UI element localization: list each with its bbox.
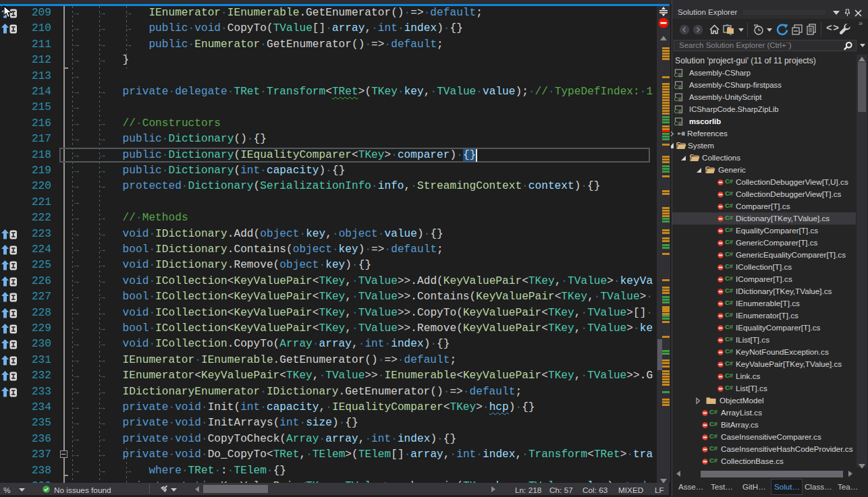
svg-text:C#: C# [674,71,682,78]
svg-text:C#: C# [674,96,682,102]
svg-text:C#: C# [674,120,682,126]
svg-text:C#: C# [674,108,682,114]
svg-text:C#: C# [674,84,682,90]
